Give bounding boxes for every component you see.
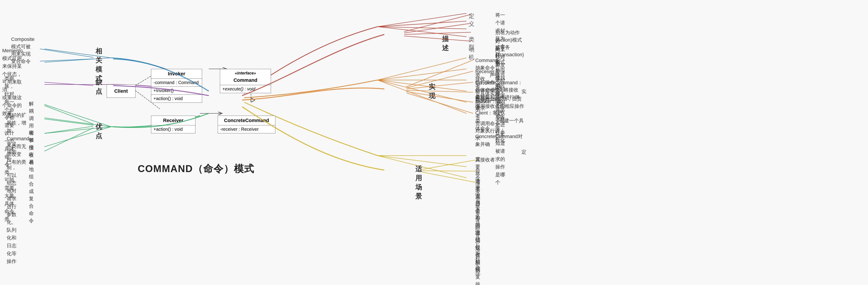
svg-line-36 bbox=[406, 93, 473, 113]
uml-command-title: Command bbox=[220, 77, 271, 85]
svg-line-41 bbox=[44, 119, 93, 125]
svg-line-30 bbox=[404, 36, 471, 41]
uml-invoker-box: Invoker -command : Command +Invoker() +a… bbox=[151, 69, 202, 103]
node-definition: 定义 bbox=[469, 12, 479, 28]
uml-client-label: Client bbox=[111, 86, 131, 96]
svg-line-7 bbox=[378, 80, 466, 91]
svg-line-12 bbox=[378, 155, 466, 178]
leaf-adv-a3: 能够很容易地组合成复合命令 bbox=[29, 129, 34, 224]
node-motivation-label: 动机 bbox=[469, 46, 474, 61]
uml-concrete-title: ConcreteCommand bbox=[218, 116, 275, 125]
svg-line-1 bbox=[378, 21, 466, 27]
svg-line-44 bbox=[44, 82, 93, 86]
uml-concrete-attr: -receiver : Receiver bbox=[218, 125, 275, 133]
uml-invoker-title: Invoker bbox=[151, 69, 202, 79]
uml-client-box: Client bbox=[106, 84, 135, 98]
uml-command-box: «interface» Command +execute() : void bbox=[220, 69, 271, 93]
svg-line-40 bbox=[44, 106, 93, 124]
branch-related-label: 相关模式 bbox=[95, 47, 102, 83]
uml-diagram: Client Invoker -command : Command +Invok… bbox=[93, 35, 249, 147]
svg-line-38 bbox=[422, 171, 475, 171]
svg-line-29 bbox=[404, 32, 471, 34]
svg-line-35 bbox=[406, 92, 473, 102]
svg-line-45 bbox=[40, 49, 93, 57]
uml-invoker-method2: +action() : void bbox=[151, 94, 202, 103]
svg-line-32 bbox=[406, 71, 473, 88]
branch-applicable-label: 适用场景 bbox=[415, 165, 422, 201]
svg-line-46 bbox=[40, 59, 93, 61]
diagram-title: COMMAND（命令）模式 bbox=[138, 162, 254, 175]
svg-line-2 bbox=[378, 27, 466, 29]
svg-line-0 bbox=[378, 13, 466, 27]
node-definition-label: 定义 bbox=[469, 13, 474, 27]
uml-invoker-method1: +Invoker() bbox=[151, 86, 202, 94]
svg-line-5 bbox=[378, 69, 466, 80]
uml-concrete-box: ConcreteCommand -receiver : Receiver bbox=[218, 116, 275, 133]
svg-line-43 bbox=[44, 128, 93, 151]
branch-implement-label: 实现 bbox=[429, 82, 435, 101]
svg-line-9 bbox=[378, 80, 466, 113]
svg-line-34 bbox=[406, 90, 473, 92]
leaf-appl-s3: 需要支持命令的撤销操作和恢复操作 bbox=[475, 178, 480, 285]
svg-line-42 bbox=[44, 126, 93, 133]
svg-line-4 bbox=[378, 58, 466, 80]
leaf-impl-client: Client：客户类 创建一个具体命令ConcreteCommand对象并确 定… bbox=[475, 109, 526, 164]
uml-receiver-method: +action() : void bbox=[151, 125, 195, 133]
svg-line-11 bbox=[378, 155, 466, 167]
branch-describe-label: 描述 bbox=[442, 34, 449, 53]
leaf-related-r2: Memento模式可用来保持某个状态，可用来取消或重做这个命令的效果 bbox=[2, 47, 23, 117]
branch-advantages-label: 优点 bbox=[95, 122, 102, 141]
svg-line-3 bbox=[378, 27, 466, 37]
uml-command-stereotype: «interface» bbox=[220, 69, 271, 77]
svg-line-33 bbox=[406, 82, 473, 89]
svg-line-39 bbox=[422, 172, 475, 182]
svg-line-8 bbox=[378, 80, 466, 102]
uml-invoker-attr: -command : Command bbox=[151, 79, 202, 86]
svg-line-31 bbox=[406, 60, 473, 87]
svg-line-37 bbox=[422, 160, 475, 169]
uml-receiver-title: Receiver bbox=[151, 116, 195, 125]
uml-command-method: +execute() : void bbox=[220, 85, 271, 93]
svg-line-27 bbox=[404, 15, 471, 32]
uml-receiver-box: Receiver +action() : void bbox=[151, 116, 195, 133]
svg-line-28 bbox=[404, 23, 471, 33]
